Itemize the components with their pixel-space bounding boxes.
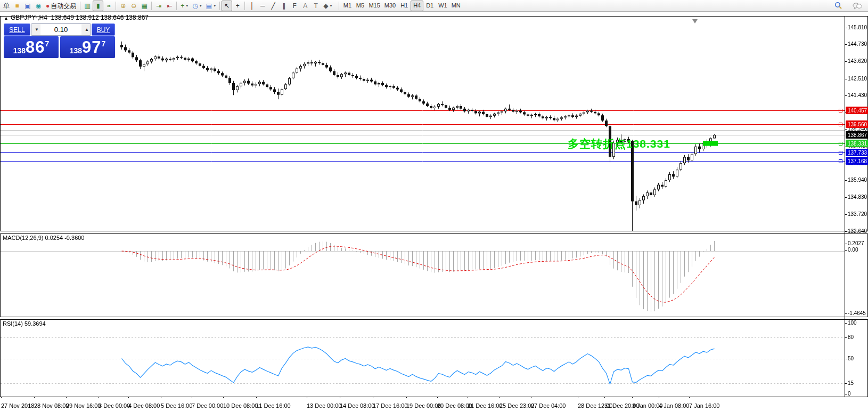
timeframe-m15[interactable]: M15 (366, 1, 382, 11)
candlestick-chart-icon[interactable]: ▮ (93, 1, 103, 11)
zoom-out-icon[interactable]: ⊖ (128, 1, 139, 11)
toolbar-separator (219, 2, 220, 10)
toolbar-separator (80, 2, 80, 10)
arrows-button[interactable]: ◆▾ (321, 1, 334, 11)
toolbar: 单■▣◉●自动交易▥▮≈⊕⊖▦⇥⇤+▾◷▾▤▾↖+│─╱∥FAT◆▾ M1M5M… (0, 0, 868, 12)
tile-windows-icon[interactable]: ▦ (139, 1, 150, 11)
horizontal-line-button[interactable]: ─ (257, 1, 268, 11)
one-click-trading-panel: SELL ▼ ▲ BUY 138867 138977 (4, 23, 115, 58)
trade-panel-toggle-icon[interactable]: ▲ (4, 15, 9, 21)
toolbar-groups: 单■▣◉●自动交易▥▮≈⊕⊖▦⇥⇤+▾◷▾▤▾↖+│─╱∥FAT◆▾ (1, 1, 334, 11)
add-indicator-button[interactable]: +▾ (178, 1, 190, 11)
signals-icon[interactable]: ◉ (33, 1, 44, 11)
periods-button[interactable]: ◷▾ (190, 1, 204, 11)
periods-button-dropdown-icon[interactable]: ▾ (200, 4, 202, 8)
chart-canvas[interactable] (0, 0, 868, 411)
buy-price[interactable]: 138977 (60, 36, 115, 58)
volume-increase-button[interactable]: ▲ (81, 24, 91, 35)
crosshair-button[interactable]: + (232, 1, 243, 11)
buy-button[interactable]: BUY (92, 23, 115, 36)
templates-button-dropdown-icon[interactable]: ▾ (214, 4, 216, 8)
toolbar-separator (339, 2, 339, 10)
macd-label: MACD(12,26,9) 0.0254 -0.3600 (3, 235, 84, 241)
market-watch-icon[interactable]: ▣ (22, 1, 33, 11)
zoom-in-icon[interactable]: ⊕ (118, 1, 128, 11)
fibonacci-button[interactable]: F (289, 1, 300, 11)
autotrading-button[interactable]: ●自动交易 (44, 1, 78, 11)
timeframe-m30[interactable]: M30 (382, 1, 398, 11)
volume-decrease-button[interactable]: ▼ (31, 24, 40, 35)
timeframe-mn[interactable]: MN (449, 1, 463, 11)
line-chart-icon[interactable]: ≈ (103, 1, 114, 11)
chat-icon[interactable] (850, 0, 865, 12)
rsi-label: RSI(14) 59.3694 (3, 320, 46, 327)
volume-input[interactable] (40, 24, 81, 35)
toolbar-separator (244, 2, 245, 10)
search-icon[interactable] (831, 0, 846, 12)
trendline-button[interactable]: ╱ (268, 1, 279, 11)
arrows-button-dropdown-icon[interactable]: ▾ (330, 4, 332, 8)
new-order-button[interactable]: 单 (1, 1, 12, 11)
timeframe-w1[interactable]: W1 (436, 1, 449, 11)
volume-spinner: ▼ ▲ (31, 23, 91, 36)
mt4-window: { "toolbar": { "groups": [ [ {"name":"ne… (0, 0, 868, 411)
ohlc-values: 138.649 138.912 138.646 138.867 (51, 14, 149, 21)
chart-shift-icon[interactable]: ⇤ (164, 1, 175, 11)
sell-button[interactable]: SELL (4, 23, 30, 36)
timeframe-h4[interactable]: H4 (411, 1, 423, 11)
templates-button[interactable]: ▤▾ (204, 1, 218, 11)
symbol-header: ▲GBPJPY-,H4 138.649 138.912 138.646 138.… (4, 14, 149, 21)
text-button[interactable]: A (300, 1, 310, 11)
timeframe-d1[interactable]: D1 (423, 1, 436, 11)
auto-scroll-icon[interactable]: ⇥ (153, 1, 164, 11)
channel-button[interactable]: ∥ (279, 1, 289, 11)
vertical-line-button[interactable]: │ (247, 1, 257, 11)
timeframe-m5[interactable]: M5 (354, 1, 366, 11)
chart-window-icon[interactable]: ■ (12, 1, 22, 11)
timeframe-m1[interactable]: M1 (341, 1, 354, 11)
text-label-button[interactable]: T (310, 1, 321, 11)
symbol-title: GBPJPY-,H4 (11, 14, 47, 21)
toolbar-separator (176, 2, 177, 10)
timeframe-bar: M1M5M15M30H1H4D1W1MN (337, 1, 462, 11)
bar-chart-icon[interactable]: ▥ (82, 1, 93, 11)
timeframe-h1[interactable]: H1 (398, 1, 411, 11)
toolbar-separator (116, 2, 116, 10)
toolbar-separator (151, 2, 152, 10)
add-indicator-button-dropdown-icon[interactable]: ▾ (186, 4, 188, 8)
cursor-button[interactable]: ↖ (222, 1, 232, 11)
sell-price[interactable]: 138867 (4, 36, 59, 58)
pivot-annotation: 多空转折点138.331 (568, 136, 670, 151)
